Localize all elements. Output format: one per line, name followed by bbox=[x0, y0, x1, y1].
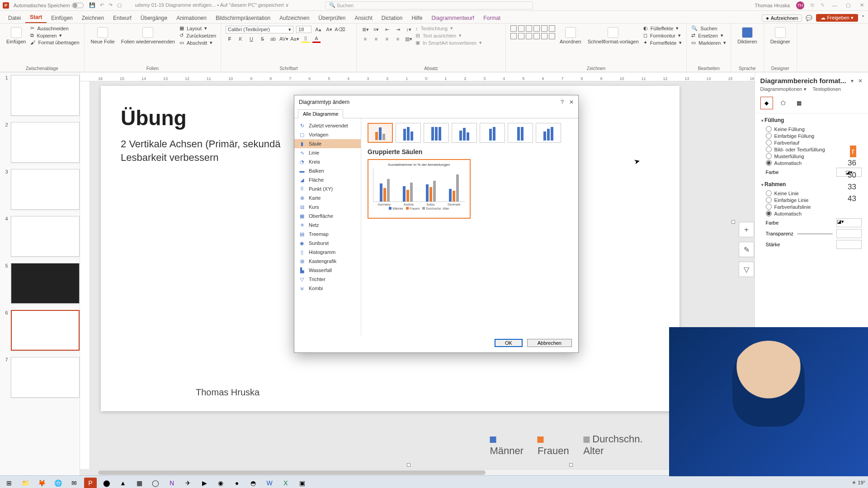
indent-inc-icon[interactable]: ⇥ bbox=[394, 25, 402, 33]
thumb-3[interactable]: 3 bbox=[3, 169, 80, 210]
thumb-6[interactable]: 6 bbox=[3, 310, 80, 351]
close-button[interactable]: ✕ bbox=[858, 2, 865, 8]
pane-close-icon[interactable]: ✕ bbox=[858, 78, 863, 84]
effects-icon[interactable]: ⬠ bbox=[777, 97, 789, 109]
find-button[interactable]: 🔍 Suchen bbox=[691, 25, 726, 31]
designer-button[interactable]: Designer bbox=[769, 25, 792, 46]
bullets-icon[interactable]: ≣▾ bbox=[361, 25, 369, 33]
justify-icon[interactable]: ≡ bbox=[394, 35, 402, 43]
comments-icon[interactable]: 💬 bbox=[806, 15, 812, 21]
cat-column[interactable]: ▮Säule bbox=[294, 139, 361, 148]
bold-icon[interactable]: F bbox=[226, 35, 234, 43]
fill-none[interactable]: Keine Füllung bbox=[766, 126, 862, 132]
border-auto[interactable]: Automatisch bbox=[766, 211, 862, 216]
shape-effects-button[interactable]: ✦ Formeffekte ▾ bbox=[643, 40, 682, 46]
present-icon[interactable]: ⧉ bbox=[811, 2, 814, 8]
dialog-tab-all[interactable]: Alle Diagramme bbox=[298, 109, 343, 118]
subtype-stacked[interactable] bbox=[396, 123, 421, 143]
case-icon[interactable]: Aa▾ bbox=[291, 35, 299, 43]
tb-chrome-icon[interactable]: 🌐 bbox=[52, 478, 64, 488]
numbers-icon[interactable]: ≡▾ bbox=[372, 25, 380, 33]
cancel-button[interactable]: Abbrechen bbox=[527, 339, 572, 347]
tb-app9-icon[interactable]: ▣ bbox=[296, 478, 308, 488]
chart-options-tab[interactable]: Diagrammoptionen ▾ bbox=[760, 86, 807, 92]
thumb-1[interactable]: 1 bbox=[3, 75, 80, 116]
slide-subtitle[interactable]: 2 Vertikale Achsen (Primär, sekundäLesba… bbox=[121, 137, 280, 164]
fill-solid[interactable]: Einfarbige Füllung bbox=[766, 133, 862, 139]
strike-icon[interactable]: S̶ bbox=[258, 35, 266, 43]
layout-button[interactable]: ▦ Layout ▾ bbox=[179, 25, 216, 31]
border-color-picker[interactable]: ◪▾ bbox=[836, 218, 862, 227]
tb-onenote-icon[interactable]: N bbox=[165, 478, 178, 488]
copy-button[interactable]: ⧉ Kopieren ▾ bbox=[30, 33, 79, 38]
tab-start[interactable]: Start bbox=[25, 12, 47, 23]
reset-button[interactable]: ↺ Zurücksetzen bbox=[179, 33, 216, 38]
smartart-button[interactable]: ▣ In SmartArt konvertieren ▾ bbox=[415, 40, 482, 46]
select-button[interactable]: ▭ Markieren ▾ bbox=[691, 40, 726, 46]
format-painter-button[interactable]: 🖌 Format übertragen bbox=[30, 40, 79, 45]
tab-dictation[interactable]: Dictation bbox=[377, 13, 407, 23]
tab-ueberpruefen[interactable]: Überprüfen bbox=[314, 13, 350, 23]
slide-thumbnails[interactable]: 1 2 3 4 5 6 7 bbox=[0, 72, 80, 475]
increase-font-icon[interactable]: A▴ bbox=[314, 25, 322, 33]
align-center-icon[interactable]: ≡ bbox=[372, 35, 380, 43]
size-props-icon[interactable]: ▦ bbox=[793, 97, 806, 109]
linespace-icon[interactable]: ↕▾ bbox=[405, 25, 413, 33]
record-button[interactable]: ● Aufzeichnen bbox=[762, 14, 802, 22]
subtype-100stacked[interactable] bbox=[424, 123, 449, 143]
search-box[interactable]: 🔍 Suchen bbox=[325, 1, 533, 9]
save-icon[interactable]: 💾 bbox=[89, 2, 95, 8]
dialog-help-icon[interactable]: ? bbox=[561, 99, 564, 105]
cat-xy[interactable]: ⠿Punkt (XY) bbox=[294, 184, 361, 193]
reuse-slides-button[interactable]: Folien wiederverwenden bbox=[119, 25, 177, 46]
decrease-font-icon[interactable]: A▾ bbox=[325, 25, 333, 33]
fill-gradient[interactable]: Farbverlauf bbox=[766, 140, 862, 145]
text-options-tab[interactable]: Textoptionen bbox=[813, 86, 841, 92]
tb-powerpoint-icon[interactable]: P bbox=[84, 478, 97, 488]
tab-datei[interactable]: Datei bbox=[4, 13, 25, 23]
fill-header[interactable]: Füllung bbox=[761, 117, 862, 123]
document-title[interactable]: udemy 01-19 Diagramme einfügen... • Auf … bbox=[135, 2, 289, 8]
chart-styles-button[interactable]: ✎ bbox=[739, 242, 754, 257]
cat-pie[interactable]: ◔Kreis bbox=[294, 157, 361, 166]
tab-hilfe[interactable]: Hilfe bbox=[407, 13, 427, 23]
subtype-3d-100[interactable] bbox=[508, 123, 533, 143]
shape-outline-button[interactable]: ◻ Formkontur ▾ bbox=[643, 33, 682, 38]
tb-telegram-icon[interactable]: ✈ bbox=[182, 478, 194, 488]
cat-area[interactable]: ◢Fläche bbox=[294, 175, 361, 184]
cat-map[interactable]: ⊕Karte bbox=[294, 193, 361, 202]
share-button[interactable]: ☁ Freigeben ▾ bbox=[816, 14, 858, 22]
cat-templates[interactable]: ▢Vorlagen bbox=[294, 130, 361, 139]
chart-preview[interactable]: Kursteilnehmer in % der Anmeldungen Germ… bbox=[368, 159, 471, 219]
shadow-icon[interactable]: ab bbox=[269, 35, 277, 43]
slide-title[interactable]: Übung bbox=[121, 106, 187, 130]
draw-icon[interactable]: ✎ bbox=[821, 2, 825, 8]
maximize-button[interactable]: ▢ bbox=[844, 2, 852, 8]
shape-gallery[interactable] bbox=[510, 25, 555, 39]
tab-bildschirmpraesentation[interactable]: Bildschirmpräsentation bbox=[211, 13, 275, 23]
spacing-icon[interactable]: AV▾ bbox=[280, 35, 288, 43]
thumb-5[interactable]: 5 bbox=[3, 263, 80, 304]
cat-stock[interactable]: ⊟Kurs bbox=[294, 202, 361, 211]
cat-boxplot[interactable]: ⊞Kastengrafik bbox=[294, 257, 361, 266]
tb-word-icon[interactable]: W bbox=[263, 478, 276, 488]
tb-app5-icon[interactable]: ▶ bbox=[198, 478, 211, 488]
tab-diagrammentwurf[interactable]: Diagrammentwurf bbox=[427, 13, 479, 23]
cat-radar[interactable]: ✳Netz bbox=[294, 221, 361, 230]
cat-surface[interactable]: ▦Oberfläche bbox=[294, 211, 361, 221]
arrange-button[interactable]: Anordnen bbox=[558, 25, 583, 46]
cat-recent[interactable]: ↻Zuletzt verwendet bbox=[294, 121, 361, 130]
dialog-close-icon[interactable]: ✕ bbox=[569, 99, 574, 105]
tab-uebergaenge[interactable]: Übergänge bbox=[136, 13, 172, 23]
tab-ansicht[interactable]: Ansicht bbox=[350, 13, 377, 23]
tab-aufzeichnen[interactable]: Aufzeichnen bbox=[275, 13, 314, 23]
pane-options-icon[interactable]: ▾ bbox=[851, 78, 854, 84]
fill-line-icon[interactable]: ◆ bbox=[760, 97, 773, 109]
cat-line[interactable]: ∿Linie bbox=[294, 148, 361, 157]
subtype-3d[interactable] bbox=[536, 123, 561, 143]
clear-format-icon[interactable]: A⌫ bbox=[336, 25, 344, 33]
dictate-button[interactable]: Diktieren bbox=[736, 25, 759, 46]
undo-icon[interactable]: ↶ bbox=[100, 2, 104, 8]
tb-app2-icon[interactable]: ▲ bbox=[117, 478, 129, 488]
minimize-button[interactable]: — bbox=[831, 3, 838, 8]
